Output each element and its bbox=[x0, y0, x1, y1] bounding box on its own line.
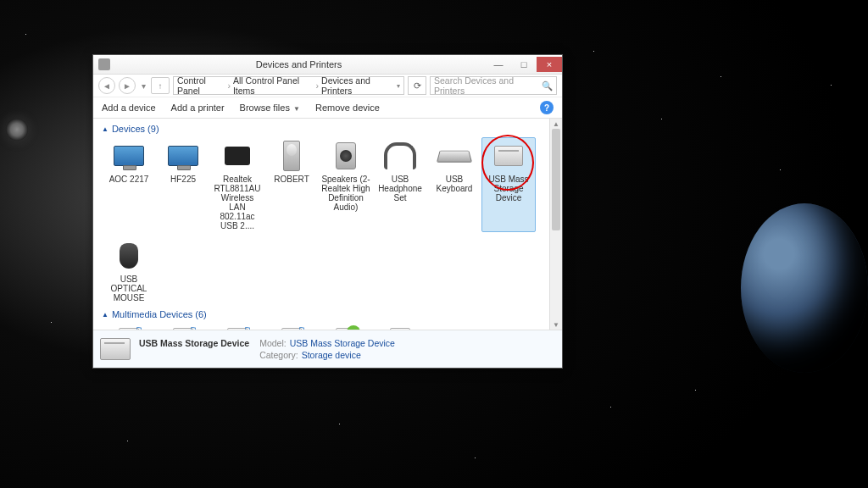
search-input[interactable]: Search Devices and Printers 🔍 bbox=[430, 76, 557, 95]
device-label: USB Headphone Set bbox=[375, 175, 426, 202]
minimize-button[interactable]: — bbox=[486, 57, 511, 72]
wallpaper-planet bbox=[741, 203, 868, 373]
tower-icon bbox=[274, 139, 309, 173]
details-pane: USB Mass Storage Device Model: USB Mass … bbox=[93, 330, 562, 368]
device-item[interactable]: ♫dave (thisone) bbox=[210, 323, 264, 330]
up-button[interactable]: ↑ bbox=[151, 77, 170, 94]
scroll-down-icon[interactable]: ▼ bbox=[550, 319, 562, 330]
media-note-icon: ♫ bbox=[220, 324, 255, 330]
device-item[interactable]: Speakers (2- Realtek High Definition Aud… bbox=[319, 137, 373, 232]
device-label: AOC 2217 bbox=[109, 175, 149, 184]
group-label: Devices (9) bbox=[112, 124, 159, 134]
model-label: Model: bbox=[259, 338, 287, 348]
model-value: USB Mass Storage Device bbox=[290, 338, 395, 348]
explorer-window: Devices and Printers — □ × ◄ ► ▾ ↑ Contr… bbox=[92, 54, 563, 369]
maximize-button[interactable]: □ bbox=[511, 57, 537, 72]
chevron-right-icon: › bbox=[316, 80, 320, 91]
device-item[interactable]: HF225 bbox=[156, 137, 210, 232]
device-item[interactable]: USB Headphone Set bbox=[373, 137, 427, 232]
media-note-icon: ♫ bbox=[165, 324, 201, 330]
device-label: HF225 bbox=[170, 175, 196, 184]
close-button[interactable]: × bbox=[537, 57, 562, 72]
dongle-icon bbox=[220, 139, 255, 173]
crumb-devices-printers[interactable]: Devices and Printers bbox=[321, 75, 394, 96]
device-label: USB OPTICAL MOUSE bbox=[103, 274, 154, 302]
scrollbar-thumb[interactable] bbox=[552, 129, 560, 230]
device-item[interactable]: ▶SPARE bbox=[319, 323, 373, 330]
keyboard-icon bbox=[437, 139, 472, 173]
headphone-icon bbox=[382, 139, 418, 173]
device-item[interactable]: AOC 2217 bbox=[102, 137, 156, 232]
media-play-icon: ▶ bbox=[328, 324, 364, 330]
browse-files-button[interactable]: Browse files ▼ bbox=[240, 103, 300, 113]
desktop-wallpaper: Devices and Printers — □ × ◄ ► ▾ ↑ Contr… bbox=[0, 0, 868, 488]
collapse-icon: ▲ bbox=[102, 311, 108, 319]
scroll-up-icon[interactable]: ▲ bbox=[550, 119, 562, 129]
crumb-dropdown-icon[interactable]: ▾ bbox=[397, 82, 400, 90]
group-header[interactable]: ▲Multimedia Devices (6) bbox=[102, 309, 557, 319]
group-label: Multimedia Devices (6) bbox=[112, 309, 207, 319]
media-note-icon: ♫ bbox=[111, 324, 147, 330]
device-item[interactable]: Realtek RTL8811AU Wireless LAN 802.11ac … bbox=[210, 137, 264, 232]
device-label: USB Mass Storage Device bbox=[483, 175, 534, 202]
history-dropdown[interactable]: ▾ bbox=[139, 78, 147, 93]
vertical-scrollbar[interactable]: ▲ ▼ bbox=[549, 119, 562, 330]
chevron-right-icon: › bbox=[227, 80, 231, 91]
collapse-icon: ▲ bbox=[102, 125, 108, 133]
device-grid: AOC 2217HF225Realtek RTL8811AU Wireless … bbox=[102, 137, 557, 309]
device-item[interactable]: ♫dave (spare) bbox=[156, 323, 210, 330]
back-button[interactable]: ◄ bbox=[98, 77, 115, 94]
content-area: ▲Devices (9)AOC 2217HF225Realtek RTL8811… bbox=[93, 119, 562, 330]
device-grid: ♫Bedroom 2♫dave (spare)♫dave (thisone)♫L… bbox=[102, 323, 557, 330]
window-title: Devices and Printers bbox=[112, 59, 486, 69]
forward-button[interactable]: ► bbox=[119, 77, 136, 94]
titlebar[interactable]: Devices and Printers — □ × bbox=[93, 55, 562, 75]
device-item[interactable]: ♫Bedroom 2 bbox=[102, 323, 156, 330]
search-icon: 🔍 bbox=[542, 80, 553, 92]
category-label: Category: bbox=[259, 350, 298, 360]
navigation-bar: ◄ ► ▾ ↑ Control Panel › All Control Pane… bbox=[93, 75, 562, 97]
monitor-icon bbox=[111, 139, 147, 173]
remove-device-button[interactable]: Remove device bbox=[315, 103, 380, 113]
breadcrumb[interactable]: Control Panel › All Control Panel Items … bbox=[173, 76, 404, 95]
details-thumbnail bbox=[100, 338, 131, 360]
category-value: Storage device bbox=[302, 350, 361, 360]
chevron-down-icon: ▼ bbox=[292, 105, 300, 113]
crumb-all-items[interactable]: All Control Panel Items bbox=[233, 75, 314, 96]
group-header[interactable]: ▲Devices (9) bbox=[102, 124, 557, 134]
device-item[interactable]: XboxOne bbox=[373, 323, 427, 330]
details-name: USB Mass Storage Device bbox=[139, 338, 249, 348]
device-label: ROBERT bbox=[274, 175, 309, 184]
device-label: USB Keyboard bbox=[429, 175, 480, 193]
crumb-control-panel[interactable]: Control Panel bbox=[177, 75, 225, 96]
device-item[interactable]: USB Keyboard bbox=[427, 137, 481, 232]
help-button[interactable]: ? bbox=[540, 101, 554, 114]
device-label: Speakers (2- Realtek High Definition Aud… bbox=[320, 175, 371, 212]
device-item[interactable]: USB OPTICAL MOUSE bbox=[102, 237, 156, 304]
mouse-icon bbox=[111, 239, 147, 273]
speaker-icon bbox=[328, 139, 364, 173]
xbox-icon bbox=[382, 324, 418, 330]
add-printer-button[interactable]: Add a printer bbox=[171, 103, 225, 113]
command-bar: Add a device Add a printer Browse files … bbox=[93, 97, 562, 119]
device-item[interactable]: ♫Living Room bbox=[264, 323, 319, 330]
wallpaper-lensflare bbox=[6, 119, 28, 141]
device-item[interactable]: USB Mass Storage Device bbox=[481, 137, 536, 232]
monitor-icon bbox=[165, 139, 201, 173]
refresh-button[interactable]: ⟳ bbox=[408, 76, 426, 95]
storage-icon bbox=[491, 139, 526, 173]
device-label: Realtek RTL8811AU Wireless LAN 802.11ac … bbox=[212, 175, 263, 230]
search-placeholder: Search Devices and Printers bbox=[434, 75, 542, 96]
media-note-icon: ♫ bbox=[274, 324, 309, 330]
app-icon bbox=[98, 58, 110, 70]
device-item[interactable]: ROBERT bbox=[264, 137, 319, 232]
add-device-button[interactable]: Add a device bbox=[102, 103, 156, 113]
